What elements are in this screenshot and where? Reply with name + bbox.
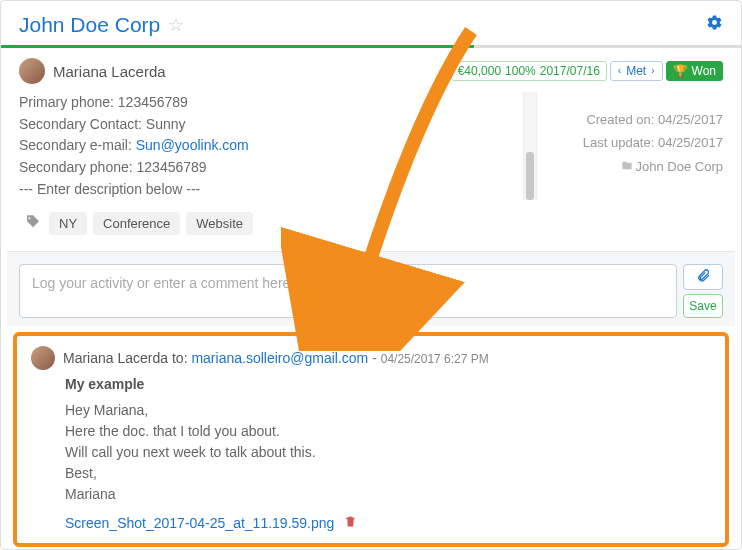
scrollbar[interactable]: [523, 92, 537, 200]
secondary-email-link[interactable]: Sun@yoolink.com: [136, 137, 249, 153]
favorite-star-icon[interactable]: ☆: [168, 14, 184, 36]
folder-icon: [621, 155, 633, 178]
side-info: Created on: 04/25/2017 Last update: 04/2…: [541, 92, 741, 200]
last-update: Last update: 04/25/2017: [549, 131, 723, 154]
message-timestamp: 04/25/2017 6:27 PM: [381, 352, 489, 366]
avatar: [19, 58, 45, 84]
user-name: Mariana Lacerda: [53, 63, 166, 80]
tag-item[interactable]: Conference: [93, 212, 180, 235]
won-badge[interactable]: 🏆 Won: [666, 61, 723, 81]
folder-label[interactable]: John Doe Corp: [549, 155, 723, 178]
activity-input[interactable]: Log your activity or enter a comment her…: [19, 264, 677, 318]
message-card: Mariana Lacerda to: mariana.solleiro@gma…: [13, 332, 729, 547]
trash-icon[interactable]: [344, 515, 357, 531]
met-badge[interactable]: ‹ Met ›: [610, 61, 663, 81]
tag-icon: [25, 214, 41, 234]
message-recipient-link[interactable]: mariana.solleiro@gmail.com: [191, 350, 368, 366]
secondary-phone: Secondary phone: 123456789: [19, 157, 519, 179]
primary-phone: Primary phone: 123456789: [19, 92, 519, 114]
details-panel: Primary phone: 123456789 Secondary Conta…: [19, 92, 523, 200]
chevron-right-icon[interactable]: ›: [650, 66, 655, 76]
message-sender: Mariana Lacerda: [63, 350, 168, 366]
tag-item[interactable]: Website: [186, 212, 253, 235]
tags-row: NY Conference Website: [7, 200, 735, 252]
deal-badge[interactable]: €40,000 100% 2017/07/16: [451, 61, 607, 81]
created-on: Created on: 04/25/2017: [549, 108, 723, 131]
tab-underline: [1, 45, 741, 48]
secondary-email: Secondary e-mail: Sun@yoolink.com: [19, 135, 519, 157]
tag-item[interactable]: NY: [49, 212, 87, 235]
company-title-link[interactable]: John Doe Corp: [19, 13, 160, 37]
avatar: [31, 346, 55, 370]
description-divider: --- Enter description below ---: [19, 179, 519, 201]
message-subject: My example: [65, 376, 711, 392]
save-button[interactable]: Save: [683, 294, 723, 318]
trophy-icon: 🏆: [673, 65, 688, 77]
paperclip-icon: [696, 268, 711, 286]
attach-button[interactable]: [683, 264, 723, 290]
chevron-left-icon[interactable]: ‹: [617, 66, 622, 76]
secondary-contact: Secondary Contact: Sunny: [19, 114, 519, 136]
message-body: Hey Mariana, Here the doc. that I told y…: [65, 400, 711, 505]
gear-icon[interactable]: [706, 14, 723, 36]
attachment-link[interactable]: Screen_Shot_2017-04-25_at_11.19.59.png: [65, 515, 334, 531]
